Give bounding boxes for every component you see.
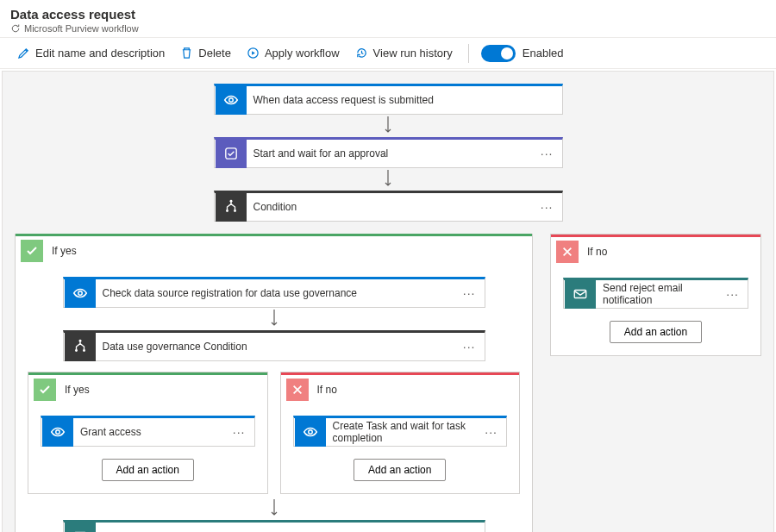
svg-point-7	[78, 340, 81, 342]
page-title: Data access request	[10, 7, 766, 22]
dug-condition-card[interactable]: Data use governance Condition ···	[63, 330, 485, 361]
check-icon	[21, 240, 43, 262]
branch-header: If yes	[16, 234, 532, 265]
toolbar: Edit name and description Delete Apply w…	[0, 37, 776, 69]
card-label: Grant access	[73, 426, 224, 438]
if-no-branch: If no Send reject email notification ···…	[550, 234, 761, 356]
approval-card[interactable]: Start and wait for an approval ···	[214, 137, 563, 168]
refresh-icon	[10, 23, 21, 34]
card-label: Send reject email notification	[596, 282, 717, 306]
svg-point-11	[308, 430, 312, 435]
branch-label: If yes	[65, 384, 90, 396]
subtitle-text: Microsoft Purview workflow	[24, 23, 139, 34]
svg-rect-13	[574, 291, 586, 298]
history-icon	[355, 47, 368, 59]
svg-point-8	[75, 349, 78, 352]
enabled-toggle[interactable]	[481, 45, 516, 62]
inner-if-yes-branch: If yes Grant access ··· Add an action	[28, 372, 268, 494]
branch-label: If no	[587, 246, 607, 258]
create-task-card[interactable]: Create Task and wait for task completion…	[293, 416, 508, 447]
toolbar-divider	[468, 44, 469, 63]
branch-label: If yes	[52, 245, 77, 257]
page-subtitle: Microsoft Purview workflow	[10, 23, 766, 34]
if-yes-branch: If yes Check data source registration fo…	[15, 234, 533, 532]
arrow-down-icon	[270, 308, 278, 330]
apply-workflow-button[interactable]: Apply workflow	[240, 43, 347, 63]
trigger-card[interactable]: When data access request is submitted	[214, 84, 563, 115]
mail-icon	[65, 522, 96, 532]
arrow-down-icon	[384, 168, 392, 191]
svg-point-3	[229, 200, 232, 203]
svg-point-5	[234, 210, 236, 212]
eye-icon	[295, 417, 326, 447]
inner-if-no-branch: If no Create Task and wait for task comp…	[280, 372, 521, 494]
eye-icon	[216, 85, 247, 115]
view-history-button[interactable]: View run history	[348, 43, 460, 63]
branch-header: If yes	[28, 372, 267, 404]
condition-icon	[216, 192, 247, 222]
more-icon[interactable]: ···	[454, 286, 485, 300]
pencil-icon	[17, 47, 30, 59]
card-label: Condition	[247, 201, 532, 213]
trash-icon	[180, 47, 193, 59]
workflow-canvas: When data access request is submitted St…	[2, 71, 774, 532]
svg-point-1	[228, 98, 233, 103]
card-label: When data access request is submitted	[247, 94, 562, 106]
reject-email-card[interactable]: Send reject email notification ···	[563, 278, 748, 309]
check-registration-card[interactable]: Check data source registration for data …	[63, 277, 485, 308]
svg-rect-2	[225, 148, 235, 159]
svg-point-10	[56, 430, 60, 435]
more-icon[interactable]: ···	[224, 425, 254, 439]
branch-label: If no	[317, 384, 337, 396]
mail-icon	[565, 279, 596, 309]
svg-point-6	[78, 291, 82, 296]
card-label: Create Task and wait for task completion	[326, 420, 477, 444]
add-action-button[interactable]: Add an action	[610, 321, 702, 343]
delete-button[interactable]: Delete	[173, 43, 238, 63]
eye-icon	[42, 417, 73, 447]
card-label: Start and wait for an approval	[247, 147, 532, 160]
condition-icon	[65, 332, 96, 361]
condition-card[interactable]: Condition ···	[214, 191, 563, 222]
approval-icon	[216, 139, 247, 168]
grant-access-card[interactable]: Grant access ···	[41, 416, 255, 447]
x-icon	[556, 241, 579, 263]
more-icon[interactable]: ···	[476, 425, 506, 439]
add-action-button[interactable]: Add an action	[354, 459, 446, 481]
branch-header: If no	[281, 372, 520, 404]
more-icon[interactable]: ···	[532, 200, 562, 214]
edit-button[interactable]: Edit name and description	[10, 43, 172, 63]
more-icon[interactable]: ···	[717, 287, 748, 301]
enabled-label: Enabled	[523, 47, 564, 59]
card-label: Data use governance Condition	[96, 341, 454, 353]
add-action-button[interactable]: Add an action	[102, 459, 194, 481]
x-icon	[286, 379, 309, 401]
arrow-down-icon	[270, 498, 278, 520]
more-icon[interactable]: ···	[532, 147, 562, 160]
svg-point-4	[226, 210, 228, 212]
send-email-card[interactable]: Send email notification ···	[63, 520, 485, 532]
branch-header: If no	[551, 235, 760, 266]
more-icon[interactable]: ···	[454, 340, 485, 354]
play-circle-icon	[247, 47, 260, 59]
svg-point-9	[83, 349, 85, 352]
arrow-down-icon	[384, 115, 392, 137]
card-label: Check data source registration for data …	[96, 287, 454, 299]
eye-icon	[65, 279, 96, 308]
check-icon	[34, 379, 56, 401]
